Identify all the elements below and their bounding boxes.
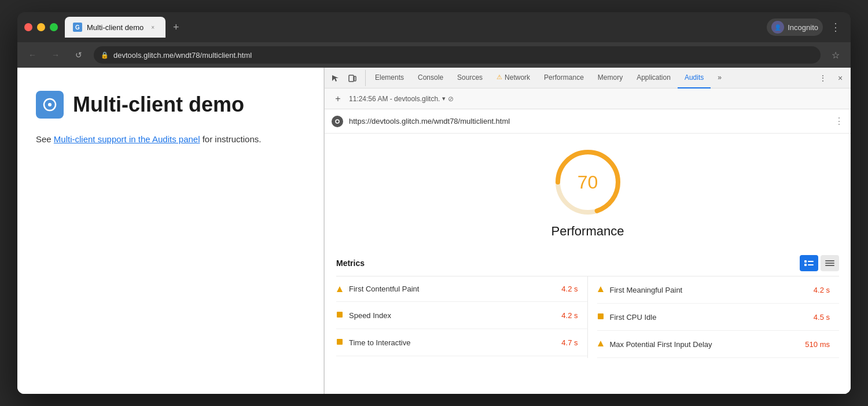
cursor-icon[interactable] [327, 70, 343, 86]
metric-value-tti: 4.7 s [561, 338, 587, 347]
page-description: See Multi-client support in the Audits p… [36, 132, 305, 146]
tab-memory[interactable]: Memory [591, 68, 630, 88]
metrics-detail-toggle[interactable] [800, 255, 818, 271]
devtools-close-button[interactable]: × [832, 70, 848, 86]
svg-rect-5 [354, 76, 356, 81]
tab-title: Multi-client demo [87, 23, 144, 32]
minimize-button[interactable] [37, 23, 45, 31]
audit-url-bar: https://devtools.glitch.me/wndt78/multic… [325, 109, 851, 134]
svg-rect-12 [804, 264, 807, 266]
metric-icon-si [336, 310, 343, 320]
tab-network[interactable]: ⚠Network [490, 68, 537, 88]
audit-url-menu-button[interactable]: ⋮ [834, 116, 844, 127]
audit-dropdown-icon[interactable]: ▾ [442, 95, 446, 102]
metrics-section: Metrics [325, 248, 851, 394]
metric-name-fci: First CPU Idle [610, 313, 808, 322]
metric-icon-tti [336, 337, 343, 348]
url-bar[interactable]: 🔒 devtools.glitch.me/wndt78/multiclient.… [94, 46, 821, 64]
svg-rect-13 [808, 264, 814, 265]
metric-value-fci: 4.5 s [814, 313, 839, 322]
devtools-icons [327, 70, 366, 86]
metric-icon-mfid [597, 339, 604, 349]
forward-button[interactable]: → [47, 47, 64, 63]
devtools-menu-button[interactable]: ⋮ [815, 70, 831, 86]
tab-favicon: G [73, 23, 82, 32]
bookmark-button[interactable]: ☆ [827, 47, 844, 63]
metric-name-mfid: Max Potential First Input Delay [610, 340, 800, 349]
audit-url-favicon [332, 116, 343, 127]
metric-first-cpu-idle: First CPU Idle 4.5 s [597, 304, 840, 331]
devtools-actions: ⋮ × [815, 70, 848, 86]
metrics-summary-toggle[interactable] [821, 255, 839, 271]
metric-name-fcp: First Contentful Paint [349, 285, 556, 293]
metric-speed-index: Speed Index 4.2 s [336, 302, 587, 329]
svg-marker-17 [337, 286, 343, 292]
tab-audits[interactable]: Audits [678, 68, 711, 88]
traffic-lights [24, 23, 58, 31]
lock-icon: 🔒 [101, 51, 109, 59]
title-bar: G Multi-client demo × + 👤 Incognito ⋮ [17, 12, 851, 42]
score-value: 70 [578, 172, 598, 193]
score-circle: 70 [553, 147, 623, 217]
devtools-toolbar: Elements Console Sources ⚠Network Perfor… [325, 68, 851, 88]
svg-rect-15 [825, 263, 834, 264]
metric-name-si: Speed Index [349, 311, 556, 320]
close-button[interactable] [24, 23, 32, 31]
device-icon[interactable] [344, 70, 361, 86]
new-tab-button[interactable]: + [168, 19, 184, 35]
browser-menu-button[interactable]: ⋮ [827, 19, 844, 35]
browser-window: G Multi-client demo × + 👤 Incognito ⋮ ← … [17, 12, 851, 394]
score-label: Performance [551, 224, 624, 239]
back-button[interactable]: ← [24, 47, 41, 63]
maximize-button[interactable] [50, 23, 58, 31]
browser-tab[interactable]: G Multi-client demo × [65, 17, 165, 38]
tab-sources[interactable]: Sources [450, 68, 490, 88]
audit-timestamp: 11:24:56 AM - devtools.glitch. ▾ ⊘ [349, 95, 454, 103]
metric-icon-fci [597, 312, 604, 322]
network-warning-icon: ⚠ [496, 73, 502, 81]
audit-block-icon[interactable]: ⊘ [448, 95, 454, 103]
metric-value-mfid: 510 ms [805, 340, 839, 349]
reload-button[interactable]: ↺ [71, 47, 87, 63]
metric-first-contentful-paint: First Contentful Paint 4.2 s [336, 276, 587, 302]
audit-add-button[interactable]: + [332, 93, 344, 105]
metric-value-fmp: 4.2 s [814, 286, 839, 294]
profile-label: Incognito [788, 23, 818, 32]
avatar: 👤 [771, 21, 784, 34]
tab-application[interactable]: Application [630, 68, 678, 88]
page-header: Multi-client demo [36, 91, 305, 119]
metrics-header: Metrics [336, 248, 839, 276]
description-prefix: See [36, 134, 54, 144]
devtools-tabs: Elements Console Sources ⚠Network Perfor… [368, 68, 815, 88]
tab-console[interactable]: Console [411, 68, 450, 88]
url-text: devtools.glitch.me/wndt78/multiclient.ht… [113, 51, 252, 60]
svg-rect-10 [804, 260, 807, 263]
metric-name-fmp: First Meaningful Paint [610, 286, 808, 294]
description-suffix: for instructions. [200, 134, 262, 144]
svg-point-2 [48, 103, 52, 106]
score-section: 70 Performance [325, 134, 851, 248]
metrics-title: Metrics [336, 259, 365, 268]
page-content: Multi-client demo See Multi-client suppo… [17, 68, 324, 394]
svg-rect-11 [808, 261, 814, 262]
profile-area[interactable]: 👤 Incognito [767, 19, 823, 36]
svg-marker-22 [598, 341, 604, 346]
svg-marker-20 [598, 286, 604, 292]
tab-more[interactable]: » [711, 68, 729, 88]
metric-first-meaningful-paint: First Meaningful Paint 4.2 s [597, 276, 840, 304]
metric-name-tti: Time to Interactive [349, 338, 556, 347]
svg-rect-21 [598, 313, 604, 319]
tab-elements[interactable]: Elements [368, 68, 411, 88]
metric-value-fcp: 4.2 s [561, 285, 587, 293]
tab-close-button[interactable]: × [148, 23, 157, 32]
audits-panel-link[interactable]: Multi-client support in the Audits panel [54, 134, 200, 144]
metric-icon-fcp [336, 286, 343, 293]
metric-icon-fmp [597, 285, 604, 295]
main-content: Multi-client demo See Multi-client suppo… [17, 68, 851, 394]
svg-rect-19 [337, 339, 343, 345]
tab-performance[interactable]: Performance [537, 68, 591, 88]
page-logo [36, 91, 64, 119]
metrics-toggle [800, 255, 839, 271]
page-title: Multi-client demo [73, 93, 244, 117]
svg-rect-18 [337, 312, 343, 318]
